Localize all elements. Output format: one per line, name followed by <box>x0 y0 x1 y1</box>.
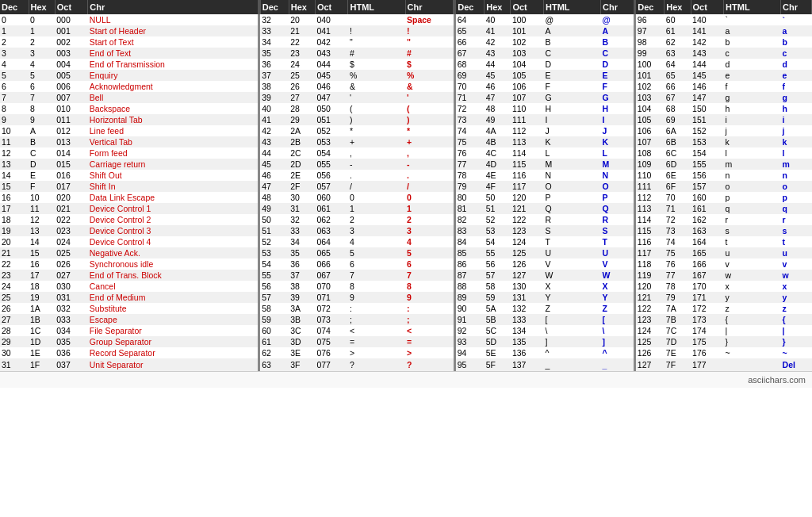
s3-html: U <box>543 247 600 258</box>
s3-html: Y <box>543 292 600 303</box>
s4-dec: 106 <box>636 125 665 136</box>
s3-dec: 74 <box>456 125 485 136</box>
s2-html: 7 <box>348 270 405 281</box>
s4-hex: 66 <box>665 81 691 92</box>
s1-oct: 024 <box>55 236 88 247</box>
s2-dec: 54 <box>260 258 289 270</box>
s3-chr: T <box>601 236 634 247</box>
s1-hex: 2 <box>29 36 55 48</box>
s3-dec: 86 <box>456 258 485 270</box>
s1-chr: Form feed <box>88 147 259 159</box>
s1-hex: 12 <box>29 214 55 225</box>
s3-dec: 88 <box>456 281 485 292</box>
s2-html: / <box>348 181 405 192</box>
s3-html: J <box>543 125 600 136</box>
s1-chr: Substitute <box>88 303 259 314</box>
s4-html: w <box>724 270 781 281</box>
s3-hex: 5C <box>485 325 511 336</box>
s2-oct: 061 <box>315 203 348 214</box>
s3-oct: 120 <box>511 192 544 203</box>
s3-chr: W <box>601 270 634 281</box>
s2-hex: 25 <box>289 70 315 81</box>
s4-hex: 7B <box>665 314 691 325</box>
s2-oct: 056 <box>315 170 348 181</box>
s4-hex: 6B <box>665 136 691 147</box>
s4-oct: 170 <box>691 281 724 292</box>
s1-oct: 037 <box>55 358 88 371</box>
s2-oct: 075 <box>315 336 348 347</box>
s2-hex: 36 <box>289 258 315 270</box>
s3-oct: 100 <box>511 14 544 25</box>
s3-dec: 80 <box>456 192 485 203</box>
s1-chr: Device Control 2 <box>88 214 259 225</box>
s1-oct: 006 <box>55 81 88 92</box>
s1-hex: B <box>29 136 55 147</box>
s4-chr: s <box>781 225 812 236</box>
s3-oct: 101 <box>511 25 544 36</box>
table-row: 29 1D 035 Group Separator 61 3D 075 = = … <box>0 336 812 347</box>
s1-dec: 28 <box>0 325 29 336</box>
s1-dec: 1 <box>0 25 29 36</box>
s3-oct: 131 <box>511 292 544 303</box>
s1-hex: 1A <box>29 303 55 314</box>
s1-hex: 1E <box>29 347 55 358</box>
s3-hex: 4B <box>485 136 511 147</box>
s4-oct: 142 <box>691 36 724 48</box>
s2-html: ; <box>348 314 405 325</box>
s2-dec: 45 <box>260 159 289 170</box>
s2-dec: 63 <box>260 358 289 371</box>
s4-oct: 171 <box>691 292 724 303</box>
s3-dec: 93 <box>456 336 485 347</box>
s3-chr: M <box>601 159 634 170</box>
table-body: 0 0 000 NULL 32 20 040 Space 64 40 100 @… <box>0 14 812 371</box>
s2-oct: 066 <box>315 258 348 270</box>
s3-chr: J <box>601 125 634 136</box>
s3-html: Q <box>543 203 600 214</box>
s1-dec: 18 <box>0 214 29 225</box>
s1-dec: 31 <box>0 358 29 371</box>
s4-dec: 120 <box>636 281 665 292</box>
s2-dec: 38 <box>260 81 289 92</box>
s3-dec: 77 <box>456 159 485 170</box>
s3-dec: 85 <box>456 247 485 258</box>
s4-html: s <box>724 225 781 236</box>
s1-oct: 020 <box>55 192 88 203</box>
s1-chr: Start of Header <box>88 25 259 36</box>
s4-html: r <box>724 214 781 225</box>
s3-dec: 67 <box>456 48 485 59</box>
s4-hex: 6E <box>665 170 691 181</box>
s4-hex: 72 <box>665 214 691 225</box>
s4-dec: 116 <box>636 236 665 247</box>
s1-chr: End of Transmission <box>88 59 259 70</box>
s2-hex: 2B <box>289 136 315 147</box>
s1-dec: 7 <box>0 92 29 103</box>
header-s3-hex: Hex <box>485 0 511 14</box>
s2-html: - <box>348 159 405 170</box>
s3-dec: 70 <box>456 81 485 92</box>
s4-html: v <box>724 258 781 270</box>
s1-oct: 016 <box>55 170 88 181</box>
s2-dec: 33 <box>260 25 289 36</box>
s3-html: X <box>543 281 600 292</box>
table-row: 30 1E 036 Record Separator 62 3E 076 > >… <box>0 347 812 358</box>
s3-dec: 81 <box>456 203 485 214</box>
s3-chr: ] <box>601 336 634 347</box>
s3-hex: 43 <box>485 48 511 59</box>
s2-oct: 077 <box>315 358 348 371</box>
s2-chr: = <box>405 336 454 347</box>
s4-oct: 157 <box>691 181 724 192</box>
s3-oct: 104 <box>511 59 544 70</box>
s2-hex: 2C <box>289 147 315 159</box>
s1-oct: 034 <box>55 325 88 336</box>
s2-chr: - <box>405 159 454 170</box>
s2-html: $ <box>348 59 405 70</box>
s4-chr: k <box>781 136 812 147</box>
s2-dec: 62 <box>260 347 289 358</box>
s4-html: n <box>724 170 781 181</box>
s3-hex: 50 <box>485 192 511 203</box>
s4-chr: Del <box>781 358 812 371</box>
s3-oct: 102 <box>511 36 544 48</box>
s3-chr: I <box>601 114 634 125</box>
s3-oct: 130 <box>511 281 544 292</box>
s2-oct: 050 <box>315 103 348 114</box>
